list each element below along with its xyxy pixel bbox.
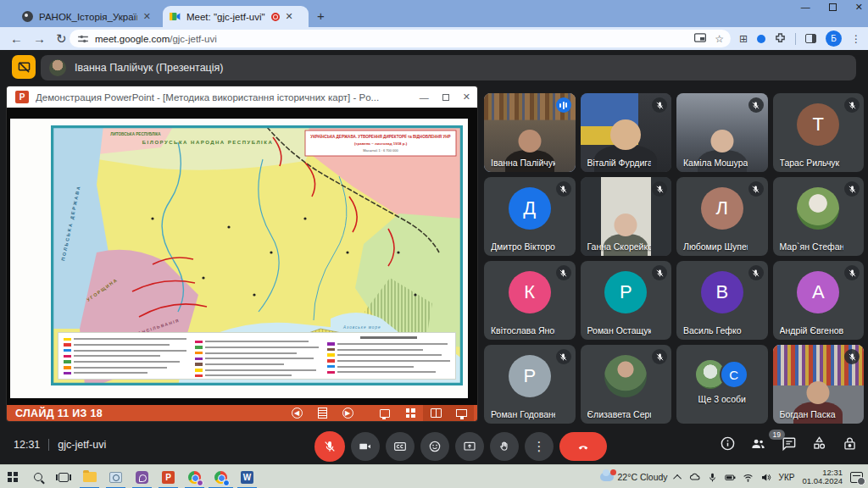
taskbar-chrome-profile1-icon[interactable] — [181, 465, 208, 488]
start-button[interactable] — [0, 465, 25, 488]
taskbar-viber-icon[interactable] — [129, 465, 155, 488]
participant-tile[interactable]: ВВасиль Гефко — [676, 261, 768, 340]
picture-in-picture-icon[interactable] — [694, 33, 706, 42]
participant-tile[interactable]: Мар`ян Стефани... — [773, 177, 865, 256]
participant-tile[interactable]: Віталій Фурдига — [581, 93, 672, 172]
participant-tile[interactable]: Ганна Скорейко — [581, 177, 672, 256]
tab-search-icon[interactable]: ⊞ — [739, 33, 748, 45]
profile-avatar[interactable]: Б — [826, 30, 842, 47]
participant-tile[interactable]: Каміла Мошура — [676, 93, 768, 172]
bookmark-star-icon[interactable]: ☆ — [715, 33, 724, 45]
host-controls-icon[interactable] — [842, 435, 858, 455]
powerpoint-title-bar: P Демонстрация PowerPoint - [Методика ви… — [7, 86, 477, 108]
browser-tab-2[interactable]: Meet: "gjc-jetf-uvi" ✕ — [163, 6, 309, 27]
mic-button[interactable] — [314, 431, 345, 462]
shared-powerpoint-window[interactable]: P Демонстрация PowerPoint - [Методика ви… — [7, 86, 477, 421]
taskbar-clock[interactable]: 12:31 01.04.2024 — [802, 469, 843, 486]
reload-icon[interactable]: ↻ — [56, 31, 67, 47]
action-center-icon[interactable] — [850, 472, 863, 483]
taskbar-explorer-icon[interactable] — [76, 465, 103, 488]
ppt-close-button[interactable]: ✕ — [463, 92, 470, 103]
onedrive-icon[interactable] — [689, 472, 700, 483]
more-options-button[interactable]: ⋮ — [525, 432, 554, 461]
ppt-minimize-button[interactable]: — — [420, 92, 429, 103]
speaking-indicator-icon — [556, 97, 571, 113]
window-minimize-button[interactable]: — — [801, 2, 810, 13]
presenter-banner[interactable]: Іванна Палійчук (Презентація) — [41, 55, 856, 80]
site-settings-icon[interactable] — [78, 35, 88, 43]
participant-name: Роман Остащук — [587, 325, 652, 336]
window-close-button[interactable]: ✕ — [855, 2, 863, 13]
forward-icon[interactable]: → — [33, 31, 46, 46]
tab2-title: Meet: "gjc-jetf-uvi" — [186, 12, 265, 22]
side-panel-icon[interactable] — [805, 34, 816, 43]
task-view-icon[interactable] — [51, 465, 76, 488]
camera-button[interactable] — [351, 432, 380, 461]
taskbar-word-icon[interactable]: W — [234, 465, 260, 488]
taskbar-weather[interactable]: 22°C Cloudy — [600, 472, 668, 482]
people-panel-icon[interactable] — [750, 435, 766, 455]
avatar: Д — [509, 187, 551, 230]
participant-tile[interactable]: Богдан Паска — [773, 345, 865, 424]
address-bar[interactable]: meet.google.com/gjc-jetf-uvi ☆ — [70, 30, 731, 47]
recording-indicator-icon — [271, 13, 280, 21]
participant-tile[interactable]: СЩе 3 особи — [676, 345, 768, 424]
slide-notes-button[interactable] — [309, 405, 335, 421]
wifi-icon[interactable] — [743, 472, 754, 483]
mic-off-icon — [556, 349, 571, 364]
ppt-maximize-button[interactable] — [442, 94, 449, 101]
presentation-muted-icon[interactable] — [12, 55, 36, 79]
tray-mic-icon[interactable] — [707, 472, 718, 483]
participant-tile[interactable]: ЛЛюбомир Шупен... — [676, 177, 768, 256]
taskbar-chrome-profile2-icon[interactable] — [208, 465, 234, 488]
browser-tab-1[interactable]: РАНОК_Історія_України_11_к... ✕ — [15, 6, 158, 27]
battery-icon[interactable] — [725, 472, 736, 483]
participant-tile[interactable]: ККвітослава Янов... — [484, 261, 576, 340]
window-maximize-button[interactable] — [829, 3, 837, 11]
previous-slide-button[interactable]: ◀ — [284, 405, 309, 421]
taskbar-search-icon[interactable] — [25, 465, 51, 488]
extension-badge-icon[interactable] — [757, 35, 765, 43]
back-icon[interactable]: ← — [10, 31, 23, 46]
participant-name: Квітослава Янов... — [491, 325, 555, 336]
extensions-puzzle-icon[interactable] — [775, 33, 786, 44]
participant-tile[interactable]: РРоман Остащук — [581, 261, 672, 340]
volume-icon[interactable] — [760, 472, 771, 483]
end-call-button[interactable] — [559, 432, 607, 461]
participant-name: Василь Гефко — [683, 325, 748, 336]
reactions-button[interactable] — [420, 432, 449, 461]
taskbar-magnifier-app-icon[interactable] — [103, 465, 129, 488]
participant-tile[interactable]: ААндрій Євгенови... — [773, 261, 865, 340]
captions-button[interactable] — [386, 432, 415, 461]
meet-favicon — [170, 12, 181, 21]
participant-tile[interactable]: ТТарас Рильчук — [773, 93, 865, 172]
avatar: Р — [604, 271, 647, 313]
raise-hand-button[interactable] — [490, 432, 519, 461]
see-all-slides-button[interactable] — [398, 405, 423, 421]
participant-name: Ще 3 особи — [676, 394, 768, 404]
participant-name: Роман Годованець — [491, 409, 555, 419]
reading-view-button[interactable] — [423, 405, 448, 421]
tab2-close-icon[interactable]: ✕ — [286, 11, 293, 22]
display-settings-button[interactable] — [448, 405, 474, 421]
participant-tile[interactable]: ДДмитро Вікторов... — [484, 177, 576, 256]
taskbar-powerpoint-icon[interactable]: P — [155, 465, 181, 488]
participant-tile[interactable]: Іванна Палійчук — [484, 93, 576, 172]
next-slide-button[interactable]: ▶ — [335, 405, 360, 421]
tray-chevron-icon[interactable] — [673, 474, 682, 482]
comment-button[interactable] — [372, 405, 398, 421]
mic-off-icon — [652, 97, 667, 113]
browser-menu-icon[interactable]: ⋮ — [851, 33, 861, 45]
meeting-details-icon[interactable] — [720, 435, 736, 455]
tab1-close-icon[interactable]: ✕ — [143, 11, 151, 22]
activities-icon[interactable] — [811, 435, 827, 455]
browser-tab-strip: РАНОК_Історія_України_11_к... ✕ Meet: "g… — [0, 0, 868, 27]
participant-tile[interactable]: РРоман Годованець — [484, 345, 576, 424]
new-tab-button[interactable]: + — [317, 8, 325, 23]
group-avatars: С — [696, 360, 748, 389]
present-button[interactable] — [455, 432, 484, 461]
toolbar-divider — [795, 33, 796, 45]
participant-tile[interactable]: Єлизавета Сергії... — [581, 345, 672, 424]
mic-off-icon — [652, 181, 667, 197]
language-indicator[interactable]: УКР — [779, 473, 795, 482]
